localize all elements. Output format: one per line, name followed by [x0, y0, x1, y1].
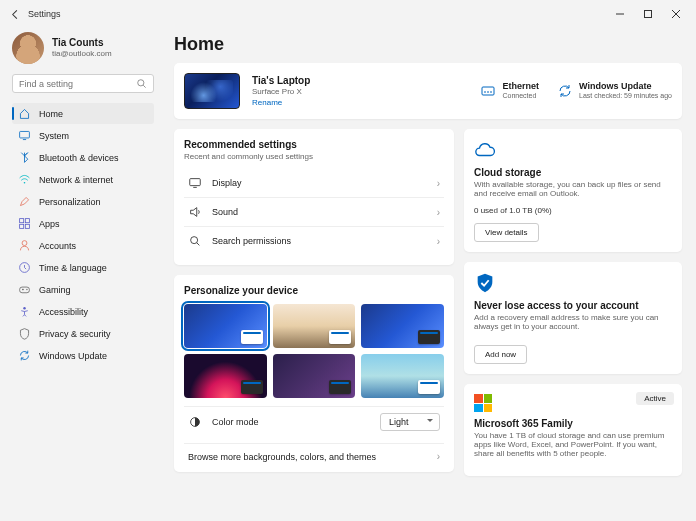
- sidebar-item-windows-update[interactable]: Windows Update: [12, 345, 154, 366]
- status-title: Ethernet: [502, 81, 539, 92]
- card-desc: Add a recovery email address to make sur…: [474, 313, 672, 331]
- status-title: Windows Update: [579, 81, 672, 92]
- add-now-button[interactable]: Add now: [474, 345, 527, 364]
- svg-rect-6: [20, 224, 24, 228]
- update-icon: [18, 349, 31, 362]
- svg-rect-0: [645, 11, 652, 18]
- sidebar-item-home[interactable]: Home: [12, 103, 154, 124]
- color-mode-label: Color mode: [212, 417, 370, 427]
- svg-rect-2: [20, 131, 30, 138]
- theme-option-3[interactable]: [361, 304, 444, 348]
- nav-label: Personalization: [39, 197, 101, 207]
- recovery-card: Never lose access to your account Add a …: [464, 262, 682, 374]
- theme-option-4[interactable]: [184, 354, 267, 398]
- svg-point-1: [138, 80, 144, 86]
- setting-label: Search permissions: [212, 236, 427, 246]
- view-details-button[interactable]: View details: [474, 223, 539, 242]
- theme-option-6[interactable]: [361, 354, 444, 398]
- svg-point-11: [26, 289, 27, 290]
- minimize-button[interactable]: [608, 4, 632, 24]
- search-icon: [136, 78, 147, 89]
- nav-label: Accessibility: [39, 307, 88, 317]
- status-ethernet[interactable]: Ethernet Connected: [480, 81, 539, 100]
- browse-label: Browse more backgrounds, colors, and the…: [188, 452, 376, 462]
- personalize-card: Personalize your device Color mode: [174, 275, 454, 472]
- cloud-icon: [474, 139, 496, 161]
- setting-row-display[interactable]: Display›: [184, 169, 444, 197]
- setting-row-sound[interactable]: Sound›: [184, 197, 444, 226]
- sidebar-item-system[interactable]: System: [12, 125, 154, 146]
- status-update[interactable]: Windows Update Last checked: 59 minutes …: [557, 81, 672, 100]
- svg-point-12: [23, 307, 25, 309]
- sidebar-item-accessibility[interactable]: Accessibility: [12, 301, 154, 322]
- active-badge: Active: [636, 392, 674, 405]
- svg-point-3: [24, 182, 26, 184]
- avatar: [12, 32, 44, 64]
- profile-block[interactable]: Tia Counts tia@outlook.com: [12, 32, 154, 64]
- back-button[interactable]: [8, 7, 22, 21]
- color-mode-icon: [188, 415, 202, 429]
- shield-check-icon: [474, 272, 496, 294]
- system-icon: [18, 129, 31, 142]
- recommended-card: Recommended settings Recent and commonly…: [174, 129, 454, 265]
- window-title: Settings: [28, 9, 61, 19]
- card-title: Never lose access to your account: [474, 300, 672, 311]
- close-button[interactable]: [664, 4, 688, 24]
- access-icon: [18, 305, 31, 318]
- ethernet-icon: [480, 83, 496, 99]
- nav-label: Gaming: [39, 285, 71, 295]
- wifi-icon: [18, 173, 31, 186]
- svg-rect-5: [25, 219, 29, 223]
- svg-rect-10: [20, 287, 30, 293]
- search-input[interactable]: [19, 79, 136, 89]
- person-icon: [18, 239, 31, 252]
- sidebar-item-accounts[interactable]: Accounts: [12, 235, 154, 256]
- card-sub: Recent and commonly used settings: [184, 152, 444, 161]
- sidebar-item-privacy-security[interactable]: Privacy & security: [12, 323, 154, 344]
- sidebar-item-time-language[interactable]: Time & language: [12, 257, 154, 278]
- setting-row-search-permissions[interactable]: Search permissions›: [184, 226, 444, 255]
- rename-link[interactable]: Rename: [252, 98, 468, 108]
- theme-option-5[interactable]: [273, 354, 356, 398]
- sidebar-item-network-internet[interactable]: Network & internet: [12, 169, 154, 190]
- card-desc: You have 1 TB of cloud storage and can u…: [474, 431, 672, 458]
- game-icon: [18, 283, 31, 296]
- sidebar-item-gaming[interactable]: Gaming: [12, 279, 154, 300]
- setting-label: Display: [212, 178, 427, 188]
- bluetooth-icon: [18, 151, 31, 164]
- browse-themes-row[interactable]: Browse more backgrounds, colors, and the…: [184, 443, 444, 462]
- profile-email: tia@outlook.com: [52, 49, 112, 59]
- card-desc: With available storage, you can back up …: [474, 180, 672, 198]
- theme-option-2[interactable]: [273, 304, 356, 348]
- svg-point-15: [191, 237, 198, 244]
- sidebar: Tia Counts tia@outlook.com HomeSystemBlu…: [0, 28, 160, 521]
- chevron-right-icon: ›: [437, 236, 440, 247]
- microsoft-logo-icon: [474, 394, 492, 412]
- chevron-right-icon: ›: [437, 207, 440, 218]
- sidebar-item-apps[interactable]: Apps: [12, 213, 154, 234]
- apps-icon: [18, 217, 31, 230]
- main-content: Home Tia's Laptop Surface Pro X Rename E…: [160, 28, 696, 521]
- update-icon: [557, 83, 573, 99]
- card-title: Recommended settings: [184, 139, 444, 150]
- profile-name: Tia Counts: [52, 37, 112, 49]
- card-title: Personalize your device: [184, 285, 444, 296]
- nav-label: Accounts: [39, 241, 76, 251]
- color-mode-select[interactable]: Light: [380, 413, 440, 431]
- search-box[interactable]: [12, 74, 154, 93]
- nav-label: Privacy & security: [39, 329, 111, 339]
- cloud-storage-card: Cloud storage With available storage, yo…: [464, 129, 682, 252]
- sidebar-item-bluetooth-devices[interactable]: Bluetooth & devices: [12, 147, 154, 168]
- device-thumbnail: [184, 73, 240, 109]
- nav-label: Bluetooth & devices: [39, 153, 119, 163]
- svg-rect-14: [190, 179, 201, 186]
- maximize-button[interactable]: [636, 4, 660, 24]
- chevron-right-icon: ›: [437, 178, 440, 189]
- svg-point-8: [22, 241, 27, 246]
- sidebar-item-personalization[interactable]: Personalization: [12, 191, 154, 212]
- chevron-right-icon: ›: [437, 451, 440, 462]
- titlebar: Settings: [0, 0, 696, 28]
- theme-option-1[interactable]: [184, 304, 267, 348]
- svg-rect-4: [20, 219, 24, 223]
- device-card: Tia's Laptop Surface Pro X Rename Ethern…: [174, 63, 682, 119]
